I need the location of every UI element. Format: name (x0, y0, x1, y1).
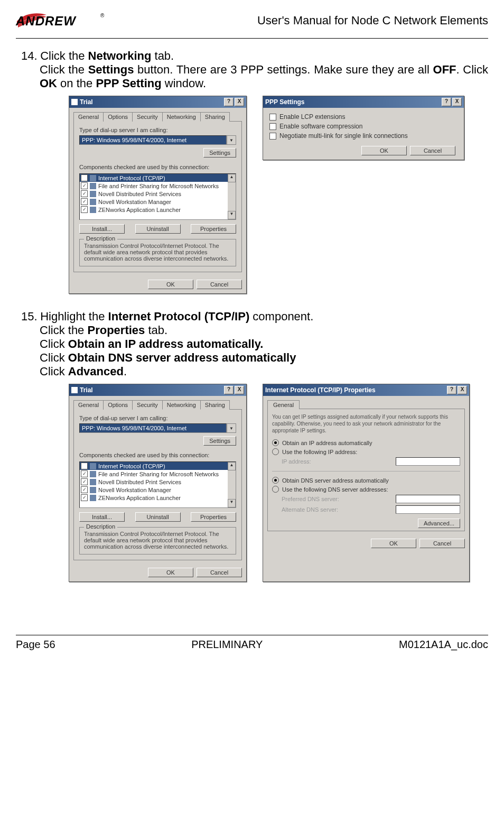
trial-title: Trial (80, 98, 93, 106)
help-icon[interactable]: ? (224, 386, 234, 394)
list-item[interactable]: ✓Novell Distributed Print Services (80, 478, 236, 486)
tab-options[interactable]: Options (103, 112, 133, 122)
tab-networking[interactable]: Networking (162, 112, 201, 122)
tab-general[interactable]: General (267, 400, 300, 409)
tab-sharing[interactable]: Sharing (200, 112, 230, 122)
properties-button[interactable]: Properties (191, 224, 236, 234)
tab-security[interactable]: Security (132, 400, 163, 410)
checkbox-icon[interactable]: ✓ (81, 198, 88, 205)
radio-obtain-ip-auto[interactable]: Obtain an IP address automatically (272, 438, 460, 447)
checkbox-icon[interactable]: ✓ (81, 463, 88, 469)
uninstall-button[interactable]: Uninstall (135, 224, 181, 234)
properties-button[interactable]: Properties (191, 512, 236, 522)
close-icon[interactable]: X (452, 98, 462, 106)
scroll-down-icon[interactable]: ▼ (228, 211, 236, 219)
checkbox-icon[interactable]: ✓ (81, 190, 88, 197)
cancel-button[interactable]: Cancel (410, 146, 455, 155)
preferred-dns-field[interactable] (396, 495, 460, 503)
checkbox-icon[interactable] (269, 133, 276, 140)
checkbox-icon[interactable]: ✓ (81, 174, 88, 181)
radio-obtain-dns-auto[interactable]: Obtain DNS server address automatically (272, 476, 460, 485)
checkbox-icon[interactable]: ✓ (81, 478, 88, 485)
trial-tab-panel: Type of dial-up server I am calling: PPP… (73, 409, 242, 560)
step-14: 14. Click the Networking tab. Click the … (21, 49, 488, 90)
radio-icon[interactable] (272, 486, 279, 493)
server-type-dropdown[interactable]: PPP: Windows 95/98/NT4/2000, Internet ▼ (79, 135, 236, 145)
ok-button[interactable]: OK (148, 280, 193, 289)
settings-button[interactable]: Settings (203, 148, 236, 158)
ip-address-field[interactable] (396, 457, 460, 466)
chevron-down-icon[interactable]: ▼ (227, 135, 236, 145)
scroll-up-icon[interactable]: ▲ (228, 174, 236, 182)
scroll-down-icon[interactable]: ▼ (228, 499, 236, 507)
list-item[interactable]: ✓File and Printer Sharing for Microsoft … (80, 182, 236, 190)
checkbox-icon[interactable]: ✓ (81, 206, 88, 213)
checkbox-icon[interactable]: ✓ (81, 494, 88, 501)
help-icon[interactable]: ? (224, 98, 234, 106)
ok-button[interactable]: OK (148, 568, 193, 577)
components-listbox[interactable]: ✓Internet Protocol (TCP/IP) ✓File and Pr… (79, 173, 236, 220)
radio-icon[interactable] (272, 439, 279, 446)
settings-button[interactable]: Settings (203, 436, 236, 446)
help-icon[interactable]: ? (442, 98, 451, 106)
install-button[interactable]: Install... (79, 224, 125, 234)
scrollbar[interactable]: ▲ ▼ (228, 462, 236, 507)
ok-button[interactable]: OK (371, 539, 416, 548)
advanced-button[interactable]: Advanced... (418, 519, 460, 528)
alternate-dns-row: Alternate DNS server: (272, 504, 460, 515)
chevron-down-icon[interactable]: ▼ (227, 423, 236, 433)
tab-sharing[interactable]: Sharing (200, 400, 230, 410)
list-item[interactable]: ✓ZENworks Application Launcher (80, 206, 236, 214)
checkbox-icon[interactable] (269, 123, 276, 130)
close-icon[interactable]: X (458, 386, 467, 394)
help-icon[interactable]: ? (447, 386, 456, 394)
ip-address-row: IP address: (272, 456, 460, 467)
ppp-opt-compression[interactable]: Enable software compression (267, 122, 460, 131)
close-icon[interactable]: X (235, 386, 244, 394)
trial-titlebar[interactable]: Trial ? X (69, 96, 246, 108)
radio-icon[interactable] (272, 448, 279, 455)
ppp-opt-multilink[interactable]: Negotiate multi-link for single link con… (267, 131, 460, 141)
radio-use-ip[interactable]: Use the following IP address: (272, 447, 460, 456)
server-type-dropdown[interactable]: PPP: Windows 95/98/NT4/2000, Internet ▼ (79, 423, 236, 433)
step-14-line1: Click the Networking tab. (40, 49, 174, 62)
components-listbox[interactable]: ✓Internet Protocol (TCP/IP) ✓File and Pr… (79, 461, 236, 508)
tcpip-title: Internet Protocol (TCP/IP) Properties (265, 386, 376, 394)
tcpip-properties-dialog: Internet Protocol (TCP/IP) Properties ? … (263, 384, 470, 582)
list-item[interactable]: ✓File and Printer Sharing for Microsoft … (80, 470, 236, 478)
list-item[interactable]: ✓Novell Distributed Print Services (80, 190, 236, 198)
tab-options[interactable]: Options (103, 400, 133, 410)
step-14-body: Click the Settings button. There are 3 P… (40, 63, 488, 90)
checkbox-icon[interactable] (269, 114, 276, 121)
list-item[interactable]: ✓Novell Workstation Manager (80, 198, 236, 206)
ppp-opt-lcp[interactable]: Enable LCP extensions (267, 112, 460, 122)
scrollbar[interactable]: ▲ ▼ (228, 174, 236, 219)
logo-text: ANDREW (16, 14, 76, 29)
tab-networking[interactable]: Networking (162, 400, 201, 410)
install-button[interactable]: Install... (79, 512, 125, 522)
list-item[interactable]: ✓Novell Workstation Manager (80, 486, 236, 494)
cancel-button[interactable]: Cancel (197, 280, 242, 289)
cancel-button[interactable]: Cancel (197, 568, 242, 577)
checkbox-icon[interactable]: ✓ (81, 470, 88, 477)
scroll-up-icon[interactable]: ▲ (228, 462, 236, 470)
alternate-dns-field[interactable] (396, 505, 460, 514)
list-item[interactable]: ✓Internet Protocol (TCP/IP) (80, 174, 236, 182)
tcpip-titlebar[interactable]: Internet Protocol (TCP/IP) Properties ? … (263, 384, 469, 396)
checkbox-icon[interactable]: ✓ (81, 486, 88, 493)
radio-use-dns[interactable]: Use the following DNS server addresses: (272, 485, 460, 494)
tab-security[interactable]: Security (132, 112, 163, 122)
cancel-button[interactable]: Cancel (419, 539, 465, 548)
list-item[interactable]: ✓ZENworks Application Launcher (80, 494, 236, 502)
radio-icon[interactable] (272, 477, 279, 484)
uninstall-button[interactable]: Uninstall (135, 512, 181, 522)
trial-titlebar[interactable]: Trial ? X (69, 384, 246, 396)
document-title: User's Manual for Node C Network Element… (257, 14, 488, 27)
tab-general[interactable]: General (73, 112, 104, 122)
ok-button[interactable]: OK (361, 146, 407, 155)
ppp-titlebar[interactable]: PPP Settings ? X (263, 96, 464, 108)
checkbox-icon[interactable]: ✓ (81, 182, 88, 189)
tab-general[interactable]: General (73, 400, 104, 410)
list-item[interactable]: ✓Internet Protocol (TCP/IP) (80, 462, 236, 470)
close-icon[interactable]: X (235, 98, 244, 106)
